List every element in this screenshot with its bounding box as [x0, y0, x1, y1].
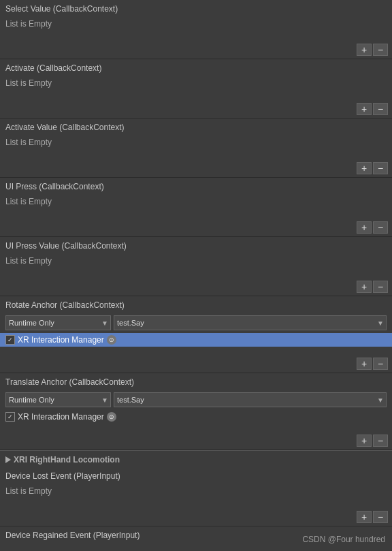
section-ui-press: UI Press (CallbackContext) List is Empty… — [0, 178, 392, 237]
translate-anchor-info-icon[interactable]: ⊙ — [107, 412, 116, 422]
section-activate: Activate (CallbackContext) List is Empty… — [0, 59, 392, 119]
section-footer-ui-press: + − — [0, 219, 392, 236]
add-translate-anchor-button[interactable]: + — [357, 435, 372, 447]
translate-anchor-method-select[interactable]: test.Say — [114, 392, 387, 407]
remove-device-lost-button[interactable]: − — [373, 511, 388, 523]
collapse-triangle-icon — [5, 456, 11, 463]
section-body-activate: List is Empty — [0, 76, 392, 92]
section-header-select-value: Select Value (CallbackContext) — [0, 0, 392, 16]
section-footer-activate-value: + − — [0, 159, 392, 177]
section-body-activate-value: List is Empty — [0, 135, 392, 151]
section-footer-ui-press-value: + − — [0, 278, 392, 296]
section-select-value: Select Value (CallbackContext) List is E… — [0, 0, 392, 59]
section-body-select-value: List is Empty — [0, 16, 392, 33]
section-footer-device-lost: + − — [0, 508, 392, 526]
add-device-lost-button[interactable]: + — [357, 511, 372, 523]
add-ui-press-value-button[interactable]: + — [357, 281, 372, 293]
section-header-device-lost: Device Lost Event (PlayerInput) — [0, 467, 392, 484]
rotate-anchor-dropdowns: Runtime Only ▼ test.Say ▼ — [0, 313, 392, 333]
section-header-ui-press-value: UI Press Value (CallbackContext) — [0, 237, 392, 253]
add-rotate-anchor-button[interactable]: + — [357, 358, 372, 370]
rotate-anchor-right-dropdown-wrapper: test.Say ▼ — [114, 315, 387, 330]
remove-ui-press-button[interactable]: − — [373, 221, 388, 234]
section-translate-anchor: Translate Anchor (CallbackContext) Runti… — [0, 373, 392, 450]
section-footer-select-value: + − — [0, 41, 392, 59]
add-ui-press-button[interactable]: + — [357, 221, 372, 234]
remove-activate-value-button[interactable]: − — [373, 162, 388, 174]
translate-anchor-right-dropdown-wrapper: test.Say ▼ — [114, 392, 387, 407]
translate-anchor-dropdowns: Runtime Only ▼ test.Say ▼ — [0, 390, 392, 410]
rotate-anchor-checkbox[interactable]: ✓ — [5, 335, 15, 345]
remove-select-value-button[interactable]: − — [373, 44, 388, 56]
section-header-rotate-anchor: Rotate Anchor (CallbackContext) — [0, 296, 392, 313]
section-body-device-lost: List is Empty — [0, 484, 392, 500]
section-header-ui-press: UI Press (CallbackContext) — [0, 178, 392, 194]
section-body-ui-press: List is Empty — [0, 194, 392, 210]
add-activate-button[interactable]: + — [357, 103, 372, 115]
section-footer-rotate-anchor: + − — [0, 355, 392, 373]
add-select-value-button[interactable]: + — [357, 44, 372, 56]
translate-anchor-checkbox[interactable]: ✓ — [5, 412, 15, 422]
remove-ui-press-value-button[interactable]: − — [373, 281, 388, 293]
translate-anchor-left-dropdown-wrapper: Runtime Only ▼ — [5, 392, 111, 407]
section-device-lost: Device Lost Event (PlayerInput) List is … — [0, 467, 392, 526]
xri-righthand-group-header[interactable]: XRI RightHand Locomotion — [0, 450, 392, 467]
translate-anchor-normal-row: ✓ XR Interaction Manager ⊙ — [0, 410, 392, 424]
rotate-anchor-method-select[interactable]: test.Say — [114, 315, 387, 330]
rotate-anchor-left-dropdown-wrapper: Runtime Only ▼ — [5, 315, 111, 330]
xri-righthand-group-label: XRI RightHand Locomotion — [14, 455, 120, 465]
translate-anchor-runtime-select[interactable]: Runtime Only — [5, 392, 111, 407]
section-footer-activate: + − — [0, 100, 392, 118]
remove-rotate-anchor-button[interactable]: − — [373, 358, 388, 370]
section-header-device-regained: Device Regained Event (PlayerInput) — [0, 526, 392, 543]
remove-translate-anchor-button[interactable]: − — [373, 435, 388, 447]
rotate-anchor-info-icon[interactable]: ⊙ — [107, 335, 116, 345]
section-activate-value: Activate Value (CallbackContext) List is… — [0, 119, 392, 178]
translate-anchor-row-label: XR Interaction Manager — [18, 412, 104, 422]
rotate-anchor-runtime-select[interactable]: Runtime Only — [5, 315, 111, 330]
section-header-activate-value: Activate Value (CallbackContext) — [0, 119, 392, 135]
section-body-ui-press-value: List is Empty — [0, 253, 392, 270]
section-header-activate: Activate (CallbackContext) — [0, 59, 392, 76]
section-footer-translate-anchor: + − — [0, 432, 392, 450]
remove-activate-button[interactable]: − — [373, 103, 388, 115]
section-device-regained: Device Regained Event (PlayerInput) + − — [0, 526, 392, 551]
section-ui-press-value: UI Press Value (CallbackContext) List is… — [0, 237, 392, 296]
section-header-translate-anchor: Translate Anchor (CallbackContext) — [0, 373, 392, 390]
rotate-anchor-highlighted-row[interactable]: ✓ XR Interaction Manager ⊙ — [0, 333, 392, 347]
add-activate-value-button[interactable]: + — [357, 162, 372, 174]
section-rotate-anchor: Rotate Anchor (CallbackContext) Runtime … — [0, 296, 392, 373]
rotate-anchor-row-label: XR Interaction Manager — [18, 335, 104, 345]
